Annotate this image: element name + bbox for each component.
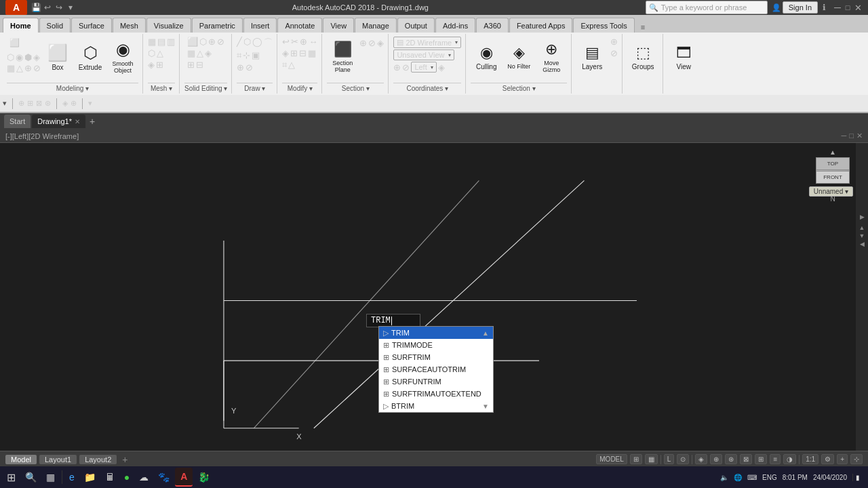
se-icon6[interactable]: △ xyxy=(197,48,203,58)
draw-icon6[interactable]: ⊹ xyxy=(243,50,250,61)
taskbar-explorer[interactable]: 📁 xyxy=(80,468,100,487)
annotation-scale-btn[interactable]: ⚙ xyxy=(821,454,834,464)
panel-modify-label[interactable]: Modify ▾ xyxy=(282,83,317,92)
se-icon2[interactable]: ⬡ xyxy=(199,37,207,47)
taskbar-app1[interactable]: ☁ xyxy=(135,468,153,487)
vp-close[interactable]: ✕ xyxy=(856,131,863,140)
taskbar-app2[interactable]: 🐾 xyxy=(154,468,174,487)
ac-item-btrim[interactable]: ▷ BTRIM ▼ xyxy=(379,400,493,412)
right-tool1[interactable]: ▶ xyxy=(857,211,867,223)
tab-mesh[interactable]: Mesh xyxy=(113,18,146,33)
panel-section-label[interactable]: Section ▾ xyxy=(327,83,384,92)
btn-view[interactable]: 🗖 View xyxy=(668,37,699,77)
snap-btn[interactable]: ⊕ xyxy=(18,99,24,108)
viewcube-front[interactable]: FRONT xyxy=(816,171,849,183)
ac-item-trimmode[interactable]: ⊞ TRIMMODE xyxy=(379,339,493,351)
tab-parametric[interactable]: Parametric xyxy=(192,18,243,33)
mesh-icon2[interactable]: ▤ xyxy=(157,37,165,47)
tab-express-tools[interactable]: Express Tools xyxy=(573,18,634,33)
mod-icon8[interactable]: ▦ xyxy=(308,48,316,58)
taskbar-search[interactable]: 🔍 xyxy=(21,468,41,487)
view-left[interactable]: Left ▾ xyxy=(411,62,436,73)
isometric-btn[interactable]: ⊹ xyxy=(850,454,863,464)
sign-in-button[interactable]: Sign In xyxy=(783,1,818,14)
icon-row8[interactable]: ⊘ xyxy=(33,63,41,73)
ortho-btn[interactable]: ⊠ xyxy=(36,99,42,108)
workspace-btn[interactable]: + xyxy=(837,454,848,464)
draw-icon8[interactable]: ⊕ xyxy=(237,62,244,73)
transparency-btn[interactable]: ◑ xyxy=(783,454,796,464)
mesh-icon7[interactable]: ⊞ xyxy=(156,60,163,70)
btn-extrude[interactable]: ⬡ Extrude xyxy=(75,37,106,77)
coord-icon2[interactable]: ⊘ xyxy=(402,62,410,73)
ducs-btn[interactable]: ⊠ xyxy=(740,454,752,464)
se-icon8[interactable]: ⊞ xyxy=(187,60,195,70)
mod-icon3[interactable]: ⊕ xyxy=(300,37,307,47)
draw-icon5[interactable]: ⌗ xyxy=(237,50,241,61)
more-btn[interactable]: ▾ xyxy=(66,3,75,12)
object-snap-btn[interactable]: ◈ xyxy=(62,99,68,108)
command-input-area[interactable]: TRIM xyxy=(366,314,420,327)
lineweight-btn[interactable]: ≡ xyxy=(770,454,781,464)
tab-visualize[interactable]: Visualize xyxy=(146,18,191,33)
layer-icon1[interactable]: ⊕ xyxy=(610,37,618,47)
icon-row5[interactable]: ▦ xyxy=(7,63,15,73)
right-tool4[interactable]: ◀ xyxy=(860,241,865,247)
taskbar-autocad[interactable]: A xyxy=(175,468,193,487)
icon-row7[interactable]: ⊕ xyxy=(24,63,32,73)
zoom-scale-btn[interactable]: 1:1 xyxy=(802,454,818,464)
btn-groups[interactable]: ⬚ Groups xyxy=(627,37,658,77)
maximize-btn[interactable]: □ xyxy=(843,3,852,12)
panel-selection-label[interactable]: Selection ▾ xyxy=(471,83,567,92)
snap-mode-btn[interactable]: ▦ xyxy=(645,454,658,464)
right-tool3[interactable]: ▼ xyxy=(859,232,865,239)
taskbar-edge[interactable]: e xyxy=(65,468,79,487)
mesh-icon4[interactable]: ⬡ xyxy=(148,48,155,58)
undo-btn[interactable]: ↩ xyxy=(43,3,52,12)
tab-insert[interactable]: Insert xyxy=(243,18,277,33)
grid-display-btn[interactable]: ⊞ xyxy=(630,454,642,464)
draw-icon1[interactable]: ╱ xyxy=(237,37,242,49)
mod-icon6[interactable]: ⊞ xyxy=(290,48,298,58)
btn-move-gizmo[interactable]: ⊕ MoveGizmo xyxy=(536,37,567,77)
add-layout-btn[interactable]: + xyxy=(119,454,130,465)
draw-icon3[interactable]: ◯ xyxy=(252,37,262,49)
windows-start-btn[interactable]: ⊞ xyxy=(3,468,20,487)
icon-row4[interactable]: ◈ xyxy=(33,52,40,62)
polar-track-btn[interactable]: ⊙ xyxy=(677,454,689,464)
status-tab-layout2[interactable]: Layout2 xyxy=(79,455,117,464)
tab-more[interactable]: ≡ xyxy=(638,22,648,33)
unnamed-tag[interactable]: Unnamed ▾ xyxy=(809,186,853,197)
mesh-icon5[interactable]: △ xyxy=(157,48,163,58)
sec-icon2[interactable]: ⊘ xyxy=(368,38,376,48)
minimize-btn[interactable]: ─ xyxy=(833,3,842,12)
status-tab-layout1[interactable]: Layout1 xyxy=(39,455,77,464)
search-bar[interactable]: 🔍 Type a keyword or phrase xyxy=(646,1,768,14)
snap-tracking-btn[interactable]: ⊕ xyxy=(71,99,77,108)
btn-section-plane[interactable]: ⬛ SectionPlane xyxy=(327,37,358,77)
mod-icon4[interactable]: ↔ xyxy=(309,37,317,47)
se-icon9[interactable]: ⊟ xyxy=(196,60,203,70)
se-icon7[interactable]: ◈ xyxy=(205,48,212,58)
taskbar-calc[interactable]: 🖩 xyxy=(101,468,119,487)
ac-scroll-down[interactable]: ▼ xyxy=(482,403,489,410)
taskbar-task-view[interactable]: ▦ xyxy=(42,468,59,487)
tray-show-desktop[interactable]: ▮ xyxy=(852,474,860,481)
ac-item-trim[interactable]: ▷ TRIM ▲ xyxy=(379,327,493,339)
mesh-icon6[interactable]: ◈ xyxy=(148,60,155,70)
tab-addins[interactable]: Add-ins xyxy=(435,18,475,33)
tab-output[interactable]: Output xyxy=(397,18,435,33)
se-icon5[interactable]: ▦ xyxy=(187,48,195,58)
icon-row1[interactable]: ⬡ xyxy=(7,52,14,62)
mesh-icon1[interactable]: ▦ xyxy=(148,37,156,47)
btn-primitives[interactable]: ⬜ xyxy=(7,37,24,49)
coord-icon3[interactable]: ◈ xyxy=(438,62,445,73)
close-btn[interactable]: ✕ xyxy=(853,3,863,12)
icon-row6[interactable]: △ xyxy=(16,63,23,73)
tab-solid[interactable]: Solid xyxy=(39,18,71,33)
ac-item-surfaceautotrim[interactable]: ⊞ SURFACEAUTOTRIM xyxy=(379,363,493,375)
mesh-icon3[interactable]: ▥ xyxy=(167,37,175,47)
taskbar-chrome[interactable]: ● xyxy=(120,468,134,487)
ac-item-surftrimautoextend[interactable]: ⊞ SURFTRIMAUTOEXTEND xyxy=(379,388,493,400)
layer-icon2[interactable]: ⊘ xyxy=(610,48,618,58)
